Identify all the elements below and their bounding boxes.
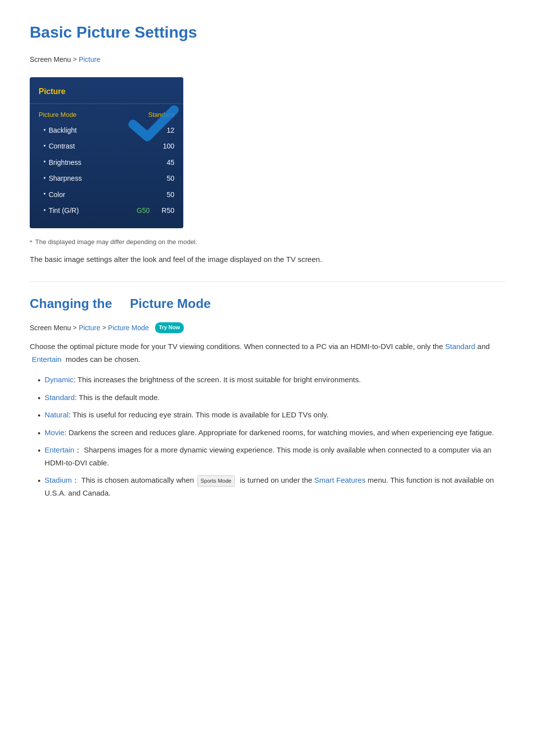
tv-menu-tint-label: Tint (G/R)	[44, 205, 79, 216]
list-item-entertain: Entertain： Sharpens images for a more dy…	[30, 444, 505, 469]
section-breadcrumb-sep2: >	[102, 323, 106, 333]
mode-dynamic-desc: This increases the brightness of the scr…	[77, 375, 361, 384]
list-item-natural: Natural: This is useful for reducing eye…	[30, 408, 505, 421]
mode-standard: Standard: This is the default mode.	[45, 391, 160, 404]
section-intro-text: Choose the optimal picture mode for your…	[30, 340, 505, 365]
section-divider	[30, 281, 505, 282]
tv-menu-tint-g: G50	[137, 205, 150, 216]
tv-menu-sharpness-label: Sharpness	[44, 173, 82, 184]
link-standard-2[interactable]: Standard	[45, 393, 75, 402]
mode-entertain-desc: Sharpens images for a more dynamic viewi…	[45, 446, 491, 467]
tv-menu-tint-r: R50	[161, 205, 174, 216]
footnote: " The displayed image may differ dependi…	[30, 237, 505, 249]
body-text: The basic image settings alter the look …	[30, 253, 505, 266]
tv-menu-item-backlight: Backlight 12	[30, 122, 183, 138]
tv-menu-sharpness-value: 50	[166, 173, 174, 184]
tv-menu-item-tint: Tint (G/R) G50 R50	[30, 202, 183, 218]
link-entertain[interactable]: Entertain	[30, 355, 61, 363]
mode-stadium: Stadium： This is chosen automatically wh…	[45, 474, 505, 499]
try-now-badge[interactable]: Try Now	[155, 322, 184, 333]
mode-movie: Movie: Darkens the screen and reduces gl…	[45, 426, 494, 439]
breadcrumb-screen-menu: Screen Menu	[30, 54, 71, 65]
tv-menu-contrast-value: 100	[163, 141, 174, 151]
breadcrumb: Screen Menu > Picture	[30, 54, 505, 65]
tv-menu-item-brightness: Brightness 45	[30, 154, 183, 170]
list-item-movie: Movie: Darkens the screen and reduces gl…	[30, 426, 505, 439]
link-sports-mode[interactable]: Sports Mode	[196, 476, 236, 484]
tv-menu-item-contrast: Contrast 100	[30, 138, 183, 154]
link-natural[interactable]: Natural	[45, 410, 68, 419]
mode-standard-desc: This is the default mode.	[79, 393, 160, 402]
footnote-text: The displayed image may differ depending…	[35, 237, 197, 248]
mode-movie-desc: Darkens the screen and reduces glare. Ap…	[68, 428, 494, 437]
tv-menu-brightness-value: 45	[166, 157, 174, 168]
tv-menu-screenshot: Picture Picture Mode Standard Backlight …	[30, 77, 183, 229]
footnote-mark: "	[30, 238, 32, 249]
tv-menu-contrast-label: Contrast	[44, 141, 75, 151]
tv-menu-picture-mode-label: Picture Mode	[39, 110, 77, 120]
tv-menu-brightness-label: Brightness	[44, 157, 81, 168]
section-title-part1: Changing the	[30, 296, 112, 311]
tv-menu-item-sharpness: Sharpness 50	[30, 170, 183, 186]
link-smart-features[interactable]: Smart Features	[315, 476, 366, 484]
list-item-standard: Standard: This is the default mode.	[30, 391, 505, 404]
section-title-part2: Picture Mode	[130, 296, 211, 311]
link-entertain-2[interactable]: Entertain	[45, 446, 74, 454]
section-breadcrumb-sep1: >	[73, 323, 77, 333]
mode-entertain: Entertain： Sharpens images for a more dy…	[45, 444, 505, 469]
link-movie[interactable]: Movie	[45, 428, 64, 437]
mode-natural: Natural: This is useful for reducing eye…	[45, 408, 328, 421]
mode-list: Dynamic: This increases the brightness o…	[30, 373, 505, 499]
section-breadcrumb-screen-menu: Screen Menu	[30, 322, 71, 333]
tv-menu-tint-values: G50 R50	[137, 205, 174, 216]
section-title: Changing the Picture Mode	[30, 294, 505, 314]
tv-menu-backlight-label: Backlight	[44, 125, 77, 136]
tv-menu-color-value: 50	[166, 189, 174, 200]
breadcrumb-separator: >	[73, 54, 77, 65]
link-standard[interactable]: Standard	[445, 342, 475, 351]
section-breadcrumb: Screen Menu > Picture > Picture Mode Try…	[30, 322, 505, 333]
tv-menu-item-color: Color 50	[30, 187, 183, 202]
section-breadcrumb-picture[interactable]: Picture	[79, 322, 101, 333]
page-title: Basic Picture Settings	[30, 20, 505, 45]
link-dynamic[interactable]: Dynamic	[45, 375, 73, 384]
tv-menu-color-label: Color	[44, 189, 65, 200]
list-item-dynamic: Dynamic: This increases the brightness o…	[30, 373, 505, 386]
tv-menu-picture-mode-value: Standard	[148, 110, 174, 120]
sports-mode-badge: Sports Mode	[197, 475, 235, 487]
link-stadium[interactable]: Stadium	[45, 476, 72, 484]
tv-menu-backlight-value: 12	[166, 125, 174, 136]
section-breadcrumb-picture-mode[interactable]: Picture Mode	[108, 322, 149, 333]
breadcrumb-picture[interactable]: Picture	[79, 54, 101, 65]
mode-natural-desc: This is useful for reducing eye strain. …	[72, 410, 328, 419]
tv-menu-header: Picture Mode Standard	[30, 108, 183, 122]
mode-dynamic: Dynamic: This increases the brightness o…	[45, 373, 361, 386]
list-item-stadium: Stadium： This is chosen automatically wh…	[30, 474, 505, 499]
tv-menu-title: Picture	[30, 85, 183, 104]
